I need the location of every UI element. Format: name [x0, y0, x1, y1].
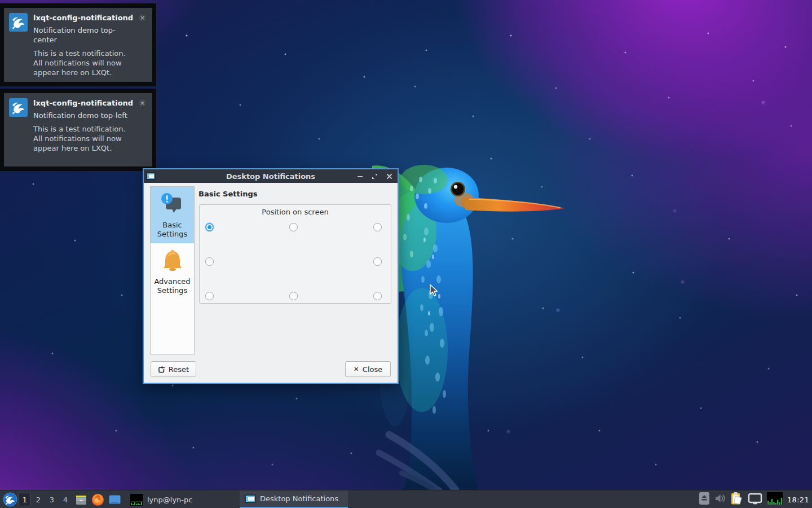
notification-close-button[interactable]: × — [138, 13, 147, 23]
groupbox-title: Position on screen — [200, 208, 391, 216]
radio-position-top-left[interactable] — [205, 223, 214, 231]
desktop-launcher[interactable] — [108, 493, 121, 506]
taskbar-clock[interactable]: 18:21 — [787, 496, 809, 504]
desktop: lxqt-config-notificationd Notification d… — [0, 0, 812, 508]
radio-row-bottom — [200, 292, 391, 300]
task-label: Desktop Notifications — [260, 494, 338, 503]
notification-body: This is a test notification. All notific… — [33, 124, 136, 153]
workspace-button-1[interactable]: 1 — [19, 493, 31, 506]
section-heading: Basic Settings — [198, 190, 257, 198]
lxqt-logo-icon — [3, 492, 17, 507]
close-icon — [386, 173, 392, 179]
reset-button-label: Reset — [169, 365, 189, 374]
eject-icon — [699, 492, 710, 505]
notification-content: lxqt-config-notificationd Notification d… — [4, 93, 152, 167]
hummingbird-wallpaper — [372, 164, 575, 491]
bell-icon — [159, 247, 186, 274]
reset-button[interactable]: Reset — [151, 361, 196, 377]
task-label: lynp@lyn-pc — [147, 496, 192, 504]
terminal-monitor-icon — [130, 494, 143, 506]
system-monitor-graph-icon — [767, 492, 783, 505]
position-groupbox: Position on screen — [199, 204, 391, 304]
desktop-icon — [108, 493, 121, 506]
radio-position-top-center[interactable] — [289, 223, 298, 231]
notification-popup-top-center: lxqt-config-notificationd Notification d… — [0, 3, 156, 86]
radio-position-middle-left[interactable] — [205, 257, 214, 266]
taskbar-task-desktop-notifications[interactable]: Desktop Notifications — [240, 491, 348, 508]
sidebar-item-label: Basic Settings — [151, 221, 194, 239]
mouse-cursor — [429, 284, 439, 297]
screen-tray-button[interactable] — [748, 493, 762, 507]
notification-message-icon — [159, 191, 186, 218]
notification-body: This is a test notification. All notific… — [33, 49, 136, 77]
restore-icon — [372, 173, 378, 179]
system-tray: 18:21 — [699, 491, 811, 508]
desktop-notifications-window: Desktop Notifications — [143, 168, 399, 384]
workspace-button-2[interactable]: 2 — [32, 493, 45, 506]
clipboard-tray-button[interactable] — [730, 492, 743, 507]
close-window-button[interactable] — [385, 172, 393, 180]
clipboard-icon — [730, 492, 743, 505]
notification-content: lxqt-config-notificationd Notification d… — [4, 8, 152, 82]
minimize-icon — [357, 173, 363, 179]
radio-position-bottom-left[interactable] — [205, 292, 214, 300]
app-menu-button[interactable] — [3, 492, 17, 507]
radio-position-bottom-center[interactable] — [289, 292, 298, 300]
close-icon: × — [140, 14, 145, 21]
volume-icon — [714, 493, 726, 504]
firefox-launcher[interactable] — [91, 493, 104, 506]
taskbar-task-terminal[interactable]: lynp@lyn-pc — [125, 491, 197, 508]
file-manager-icon — [75, 494, 87, 506]
volume-tray-button[interactable] — [714, 493, 726, 506]
restore-button[interactable] — [370, 172, 378, 180]
desktop-notifications-icon — [245, 494, 256, 503]
window-content: Basic Settings Advanced Settings Basic S… — [144, 183, 398, 383]
screen-icon — [748, 493, 762, 505]
minimize-button[interactable] — [356, 172, 364, 180]
notification-popup-top-left: lxqt-config-notificationd Notification d… — [0, 89, 156, 171]
close-dialog-button[interactable]: ✕ Close — [345, 361, 391, 377]
sidebar-item-label: Advanced Settings — [151, 277, 194, 295]
window-titlebar[interactable]: Desktop Notifications — [144, 169, 398, 183]
settings-category-list: Basic Settings Advanced Settings — [150, 186, 195, 354]
notification-app-name: lxqt-config-notificationd — [33, 98, 136, 108]
sidebar-item-basic-settings[interactable]: Basic Settings — [151, 187, 194, 243]
notification-summary: Notification demo top-center — [33, 25, 136, 45]
radio-position-bottom-right[interactable] — [373, 292, 382, 300]
quick-launch — [74, 493, 121, 506]
sidebar-item-advanced-settings[interactable]: Advanced Settings — [151, 243, 194, 300]
close-button-label: Close — [363, 365, 382, 374]
workspace-button-4[interactable]: 4 — [59, 493, 72, 506]
reset-icon — [158, 366, 165, 373]
notification-app-name: lxqt-config-notificationd — [33, 13, 136, 23]
firefox-icon — [91, 493, 104, 506]
close-icon: ✕ — [354, 365, 359, 373]
wallpaper-glow-stars — [0, 0, 2, 2]
notification-summary: Notification demo top-left — [33, 111, 136, 120]
lxqt-logo-icon — [9, 98, 28, 117]
radio-row-top — [200, 223, 391, 231]
close-icon: × — [140, 99, 145, 107]
radio-row-middle — [200, 257, 391, 266]
file-manager-launcher[interactable] — [74, 493, 87, 506]
workspace-switcher: 1 2 3 4 — [19, 493, 72, 506]
radio-position-middle-right[interactable] — [373, 257, 382, 266]
workspace-button-3[interactable]: 3 — [46, 493, 58, 506]
taskbar: 1 2 3 4 — [0, 490, 812, 508]
system-monitor-tray-button[interactable] — [767, 492, 783, 507]
eject-tray-button[interactable] — [699, 492, 710, 507]
radio-position-top-right[interactable] — [373, 223, 382, 231]
lxqt-logo-icon — [9, 13, 28, 32]
notification-close-button[interactable]: × — [138, 98, 147, 108]
